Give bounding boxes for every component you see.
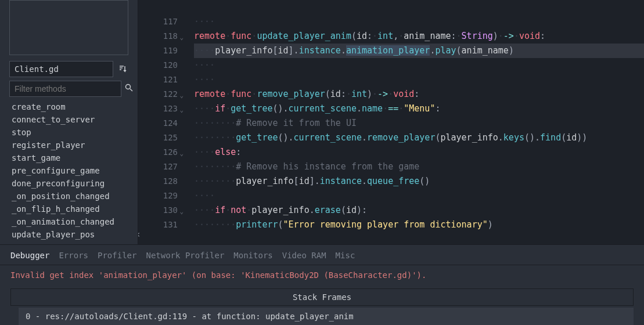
code-line[interactable] bbox=[194, 0, 644, 15]
line-number[interactable]: 120 bbox=[138, 58, 178, 73]
code-line[interactable]: ····if·get_tree().current_scene.name·==·… bbox=[194, 102, 644, 116]
line-number[interactable]: 121 bbox=[138, 73, 178, 87]
error-message: Invalid get index 'animation_player' (on… bbox=[0, 265, 644, 285]
code-line[interactable]: ····if·not·player_info.erase(id): bbox=[194, 203, 644, 218]
filter-methods-input[interactable] bbox=[9, 81, 121, 97]
method-item[interactable]: stop bbox=[9, 126, 135, 139]
code-line[interactable]: ···· bbox=[194, 58, 644, 73]
line-number[interactable]: 118 bbox=[138, 29, 178, 44]
line-number[interactable]: 122 bbox=[138, 87, 178, 102]
method-item[interactable]: start_game bbox=[9, 151, 135, 164]
script-name-field[interactable]: Client.gd bbox=[9, 61, 113, 77]
code-line[interactable]: ········printerr("Error removing player … bbox=[194, 218, 644, 232]
code-lines[interactable]: ····remote·func·update_player_anim(id:·i… bbox=[185, 0, 644, 244]
debugger-tab[interactable]: Profiler bbox=[98, 251, 136, 260]
code-editor[interactable]: 1171181191201211221231241251261271281291… bbox=[138, 0, 644, 244]
script-preview bbox=[9, 0, 128, 55]
method-item[interactable]: register_player bbox=[9, 139, 135, 151]
method-item[interactable]: connect_to_server bbox=[9, 113, 135, 126]
debugger-tab-bar: DebuggerErrorsProfilerNetwork ProfilerMo… bbox=[0, 245, 644, 265]
method-item[interactable]: create_room bbox=[9, 100, 135, 113]
line-number[interactable] bbox=[138, 0, 178, 15]
line-number[interactable]: 127 bbox=[138, 160, 178, 174]
code-line[interactable]: ········# Remove his instance from the g… bbox=[194, 160, 644, 174]
debugger-tab[interactable]: Errors bbox=[59, 251, 88, 260]
line-number[interactable]: 124 bbox=[138, 116, 178, 131]
collapse-panel-icon[interactable]: ‹ bbox=[138, 228, 143, 240]
line-number[interactable]: 117 bbox=[138, 15, 178, 29]
debugger-tab[interactable]: Monitors bbox=[233, 251, 272, 260]
code-line[interactable]: ········player_info[id].instance.queue_f… bbox=[194, 174, 644, 189]
method-item[interactable]: done_preconfiguring bbox=[9, 177, 135, 190]
line-number[interactable]: 131 bbox=[138, 218, 178, 232]
svg-point-0 bbox=[126, 85, 131, 89]
search-icon[interactable] bbox=[125, 84, 133, 94]
sort-icon[interactable] bbox=[117, 63, 128, 75]
code-line[interactable]: ···· bbox=[194, 189, 644, 203]
script-sidebar: Client.gd create_roomconnect_to_serverst… bbox=[0, 0, 138, 244]
code-line[interactable]: ····else: bbox=[194, 145, 644, 160]
code-line[interactable]: remote·func·update_player_anim(id:·int,·… bbox=[194, 29, 644, 44]
stack-frame-row[interactable]: 0 - res://autoloads/Client.gd:119 - at f… bbox=[19, 308, 634, 325]
code-line[interactable]: ········# Remove it from the UI bbox=[194, 116, 644, 131]
line-number[interactable]: 130 bbox=[138, 203, 178, 218]
method-item[interactable]: update_player_pos bbox=[9, 228, 135, 241]
method-item[interactable]: _on_position_changed bbox=[9, 190, 135, 203]
method-item[interactable]: _on_flip_h_changed bbox=[9, 203, 135, 215]
method-list[interactable]: create_roomconnect_to_serverstopregister… bbox=[0, 100, 135, 244]
line-number[interactable]: 128 bbox=[138, 174, 178, 189]
method-item[interactable]: pre_configure_game bbox=[9, 164, 135, 177]
stack-frames-header: Stack Frames bbox=[10, 288, 634, 306]
debugger-tab[interactable]: Network Profiler bbox=[146, 251, 224, 260]
code-line[interactable]: remote·func·remove_player(id:·int)·->·vo… bbox=[194, 87, 644, 102]
line-number[interactable]: 129 bbox=[138, 189, 178, 203]
code-line[interactable]: ····player_info[id].instance.animation_p… bbox=[194, 44, 644, 58]
code-line[interactable]: ···· bbox=[194, 73, 644, 87]
debugger-tab[interactable]: Misc bbox=[336, 251, 355, 260]
debugger-panel: DebuggerErrorsProfilerNetwork ProfilerMo… bbox=[0, 244, 644, 325]
line-number[interactable]: 119 bbox=[138, 44, 178, 58]
code-line[interactable]: ········get_tree().current_scene.remove_… bbox=[194, 131, 644, 145]
line-number[interactable]: 126 bbox=[138, 145, 178, 160]
code-line[interactable]: ···· bbox=[194, 15, 644, 29]
debugger-tab[interactable]: Debugger bbox=[10, 251, 49, 260]
line-gutter: 1171181191201211221231241251261271281291… bbox=[138, 0, 185, 244]
line-number[interactable]: 125 bbox=[138, 131, 178, 145]
method-item[interactable]: _on_animation_changed bbox=[9, 215, 135, 228]
debugger-tab[interactable]: Video RAM bbox=[282, 251, 326, 260]
line-number[interactable]: 123 bbox=[138, 102, 178, 116]
